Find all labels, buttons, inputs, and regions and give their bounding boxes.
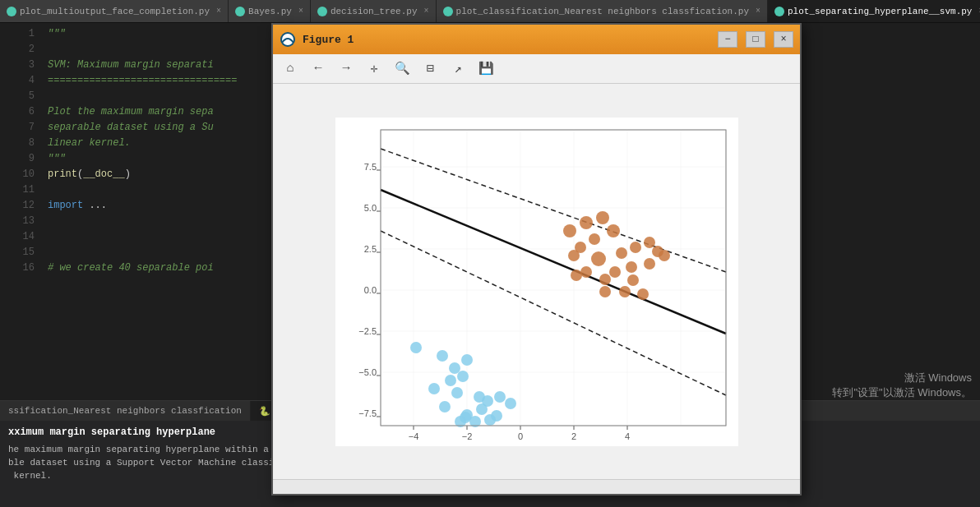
figure-titlebar: Figure 1 − □ × (273, 25, 800, 54)
svg-point-75 (659, 250, 670, 261)
svg-point-71 (616, 247, 627, 259)
svg-point-67 (589, 233, 600, 245)
figure-toolbar: ⌂ ← → ✛ 🔍 ⊟ ↗ 💾 (273, 54, 800, 84)
svg-text:−5.0: −5.0 (358, 367, 377, 377)
svg-point-84 (599, 286, 611, 297)
svg-point-83 (619, 286, 631, 297)
svg-text:−4: −4 (408, 431, 418, 441)
tab-bayes[interactable]: Bayes.py × (229, 0, 311, 22)
svg-point-77 (626, 261, 637, 273)
close-button[interactable]: × (774, 31, 793, 48)
svg-point-82 (627, 274, 639, 286)
plot-area: 7.5 5.0 2.5 0.0 −2.5 −5.0 −7.5 −4 −2 0 2… (273, 84, 800, 479)
pan-button[interactable]: ✛ (362, 58, 386, 80)
svg-point-54 (476, 403, 488, 415)
svg-text:5.0: 5.0 (363, 203, 376, 213)
minimize-button[interactable]: − (718, 31, 737, 48)
svg-point-48 (445, 375, 456, 386)
svg-point-79 (599, 274, 611, 285)
zoom-button[interactable]: 🔍 (390, 58, 414, 80)
svg-point-53 (494, 391, 506, 403)
customize-button[interactable]: ↗ (446, 58, 470, 80)
plot-svg: 7.5 5.0 2.5 0.0 −2.5 −5.0 −7.5 −4 −2 0 2… (335, 118, 738, 446)
svg-point-80 (580, 266, 592, 278)
tab-plot-multioutput[interactable]: plot_multioutput_face_completion.py × (0, 0, 229, 22)
svg-point-50 (451, 387, 463, 399)
svg-point-78 (609, 266, 621, 278)
tab-decision-tree[interactable]: decision_tree.py × (311, 0, 437, 22)
svg-point-57 (505, 398, 516, 409)
forward-button[interactable]: → (334, 58, 358, 80)
svg-text:7.5: 7.5 (363, 162, 376, 172)
svg-point-61 (484, 414, 496, 426)
svg-point-65 (596, 211, 609, 224)
svg-point-73 (644, 237, 655, 248)
svg-point-64 (580, 216, 593, 229)
tab-classification-nearest[interactable]: plot_classification_Nearest neighbors cl… (437, 0, 768, 22)
svg-point-76 (644, 258, 655, 270)
svg-text:0.0: 0.0 (363, 285, 376, 295)
save-button[interactable]: 💾 (474, 58, 498, 80)
svg-text:−2: −2 (461, 431, 472, 441)
activate-windows-watermark: 激活 Windows 转到"设置"以激活 Windows。 (832, 371, 972, 400)
figure-window: Figure 1 − □ × ⌂ ← → ✛ 🔍 ⊟ ↗ 💾 (271, 23, 802, 495)
svg-point-81 (571, 270, 582, 281)
svg-text:−7.5: −7.5 (358, 408, 377, 418)
svg-point-62 (460, 412, 471, 423)
svg-point-44 (437, 350, 448, 362)
svg-point-46 (461, 354, 473, 366)
svg-point-63 (563, 224, 576, 237)
svg-text:0: 0 (517, 431, 522, 441)
svg-text:2.5: 2.5 (363, 244, 376, 254)
tab-separating-hyperplane[interactable]: plot_separating_hyperplane__svm.py × (768, 0, 980, 22)
svg-point-49 (428, 383, 440, 394)
tab-bar: plot_multioutput_face_completion.py × Ba… (0, 0, 980, 23)
svg-rect-3 (381, 130, 726, 426)
svg-point-70 (591, 251, 606, 266)
svg-text:−2.5: −2.5 (358, 326, 377, 336)
svg-point-58 (439, 401, 451, 413)
figure-title: Figure 1 (303, 34, 710, 46)
maximize-button[interactable]: □ (746, 31, 765, 48)
svg-text:4: 4 (624, 431, 629, 441)
matplotlib-icon (280, 31, 296, 48)
home-button[interactable]: ⌂ (278, 58, 303, 80)
svg-point-47 (457, 371, 469, 382)
svg-point-85 (637, 288, 649, 300)
back-button[interactable]: ← (306, 58, 331, 80)
svg-text:2: 2 (571, 431, 576, 441)
svg-point-45 (449, 362, 460, 374)
figure-status-bar (273, 479, 800, 494)
subplots-button[interactable]: ⊟ (418, 58, 442, 80)
svg-point-69 (568, 250, 580, 261)
svg-point-43 (410, 342, 422, 353)
svg-point-72 (630, 242, 641, 253)
svg-point-66 (607, 224, 620, 237)
bottom-tab-nearest[interactable]: ssification_Nearest neighbors classficat… (0, 401, 251, 421)
